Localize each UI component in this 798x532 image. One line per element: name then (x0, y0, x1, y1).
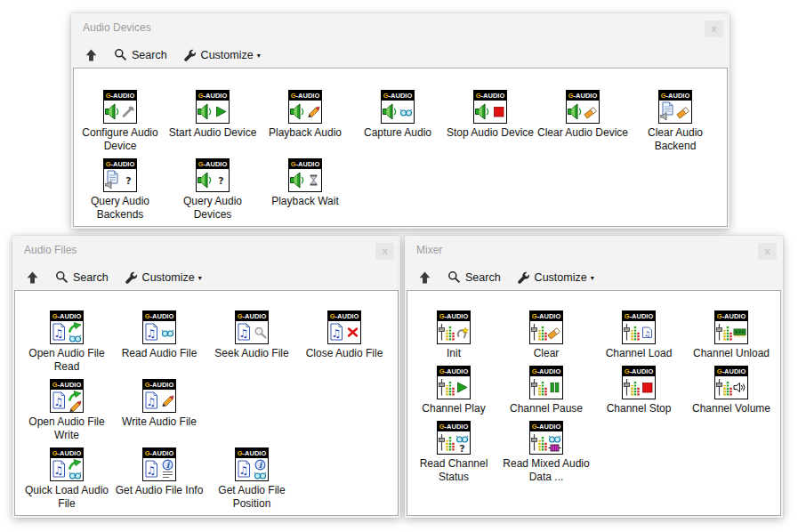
vi-icon: G-AUDIO ♫ (142, 310, 176, 344)
icon-header: G-AUDIO (530, 311, 562, 321)
palette-item-channel-load[interactable]: G-AUDIO ♫ Channel Load (592, 310, 685, 360)
palette-item-query-audio-backends[interactable]: G-AUDIO ? Query Audio Backends (74, 158, 166, 222)
search-button[interactable]: Search (49, 269, 115, 286)
palette-item-capture-audio[interactable]: G-AUDIO Capture Audio (351, 90, 444, 153)
icon-glyph (530, 376, 562, 399)
vi-icon: G-AUDIO ♫ (142, 379, 176, 413)
palette-item-label: Start Audio Device (163, 126, 262, 140)
palette-item-label: Query Audio Backends (73, 195, 170, 222)
close-button[interactable]: x (758, 243, 777, 260)
svg-text:♫: ♫ (239, 326, 249, 339)
caret-down-icon: ▾ (257, 52, 261, 60)
icon-glyph: ♫ (51, 458, 83, 480)
palette-item-configure-audio-device[interactable]: G-AUDIO Configure Audio Device (74, 90, 166, 153)
palette-item-channel-stop[interactable]: G-AUDIO Channel Stop (592, 366, 685, 415)
palette-item-channel-unload[interactable]: G-AUDIO Channel Unload (685, 310, 778, 360)
palette-item-seek-audio-file[interactable]: G-AUDIO ♫ Seek Audio File (206, 310, 298, 374)
window-titlebar[interactable]: Audio Files x (12, 236, 400, 264)
palette-window-audio-devices: Audio Devices x Search Customize▾ G-AUDI… (71, 13, 729, 229)
up-arrow-icon (26, 270, 39, 285)
window-titlebar[interactable]: Mixer x (405, 236, 783, 264)
customize-button[interactable]: Customize▾ (118, 269, 208, 286)
icon-glyph: ♫ (328, 321, 360, 343)
icon-header: G-AUDIO (104, 91, 136, 101)
close-button[interactable]: x (375, 243, 394, 260)
window-titlebar[interactable]: Audio Devices x (71, 13, 729, 42)
icon-glyph (197, 101, 229, 123)
palette-item-label: Clear Audio Device (533, 126, 633, 140)
palette-item-get-audio-file-position[interactable]: G-AUDIO ♫i Get Audio File Position (206, 447, 298, 511)
customize-button[interactable]: Customize▾ (511, 269, 601, 286)
search-button[interactable]: Search (441, 269, 507, 286)
icon-glyph (715, 321, 747, 343)
palette-item-stop-audio-device[interactable]: G-AUDIO Stop Audio Device (444, 90, 536, 153)
vi-icon: G-AUDIO ♫ (327, 310, 361, 344)
svg-text:♫: ♫ (147, 326, 157, 339)
palette-item-write-audio-file[interactable]: G-AUDIO ♫ Write Audio File (113, 379, 206, 442)
customize-label: Customize (535, 271, 587, 284)
palette-item-label: Init (407, 347, 504, 360)
vi-icon: G-AUDIO ♫ (622, 310, 656, 344)
icon-header: G-AUDIO (236, 448, 268, 458)
palette-item-clear[interactable]: G-AUDIO Clear (500, 310, 592, 360)
up-arrow-icon (418, 270, 431, 285)
palette-item-read-channel-status[interactable]: G-AUDIO ? Read Channel Status (407, 421, 500, 484)
palette-item-close-audio-file[interactable]: G-AUDIO ♫ Close Audio File (298, 310, 391, 374)
palette-item-quick-load-audio-file[interactable]: G-AUDIO ♫ Quick Load Audio File (20, 447, 113, 511)
icon-glyph (474, 101, 506, 123)
palette-item-channel-pause[interactable]: G-AUDIO Channel Pause (500, 366, 592, 415)
vi-icon: G-AUDIO (103, 90, 137, 124)
palette-item-channel-play[interactable]: G-AUDIO Channel Play (407, 366, 500, 415)
palette-item-label: Playback Audio (255, 126, 355, 140)
customize-button[interactable]: Customize▾ (177, 46, 267, 63)
palette-item-clear-audio-backend[interactable]: G-AUDIO Clear Audio Backend (629, 90, 721, 153)
icon-glyph (623, 376, 655, 399)
icon-glyph: ? (104, 169, 136, 191)
palette-row: G-AUDIO ? Query Audio Backends G-AUDIO ?… (74, 158, 727, 227)
palette-item-label: Read Mixed Audio Data ... (496, 457, 596, 484)
palette-item-open-audio-file-write[interactable]: G-AUDIO ♫ Open Audio File Write (20, 379, 113, 442)
vi-icon: G-AUDIO ♫ (50, 447, 84, 481)
palette-row: G-AUDIO Init G-AUDIO Clear G-AUDIO ♫ Cha… (407, 310, 780, 366)
palette-item-read-mixed-audio-data[interactable]: G-AUDIO Read Mixed Audio Data ... (500, 421, 592, 484)
close-button[interactable]: x (705, 20, 723, 37)
palette-item-query-audio-devices[interactable]: G-AUDIO ? Query Audio Devices (166, 158, 259, 222)
up-one-level-button[interactable] (412, 269, 438, 286)
caret-down-icon: ▾ (198, 274, 202, 282)
window-title: Audio Files (24, 244, 77, 256)
palette-item-label: Get Audio File Position (202, 484, 302, 511)
wrench-icon (517, 270, 530, 284)
palette-item-label: Write Audio File (109, 415, 209, 429)
palette-item-label: Channel Play (407, 402, 504, 415)
palette-item-playback-audio[interactable]: G-AUDIO Playback Audio (259, 90, 351, 153)
palette-item-init[interactable]: G-AUDIO Init (407, 310, 500, 360)
vi-icon: G-AUDIO ♫ (50, 379, 84, 413)
vi-icon: G-AUDIO ? (103, 158, 137, 192)
icon-header: G-AUDIO (438, 367, 470, 376)
search-button[interactable]: Search (108, 46, 173, 63)
up-arrow-icon (85, 48, 98, 62)
palette-item-start-audio-device[interactable]: G-AUDIO Start Audio Device (166, 90, 259, 153)
icon-header: G-AUDIO (530, 367, 562, 376)
up-one-level-button[interactable] (78, 46, 104, 64)
icon-header: G-AUDIO (143, 311, 175, 321)
svg-text:♫: ♫ (644, 329, 650, 337)
palette-row: G-AUDIO ♫ Open Audio File Write G-AUDIO … (20, 379, 398, 447)
icon-header: G-AUDIO (623, 367, 655, 376)
svg-text:?: ? (459, 443, 464, 454)
palette-item-get-audio-file-info[interactable]: G-AUDIO ♫i Get Audio File Info (113, 447, 206, 511)
palette-item-open-audio-file-read[interactable]: G-AUDIO ♫ Open Audio File Read (20, 310, 113, 374)
palette-item-clear-audio-device[interactable]: G-AUDIO Clear Audio Device (536, 90, 629, 153)
icon-header: G-AUDIO (715, 367, 747, 376)
vi-icon: G-AUDIO (288, 90, 322, 124)
vi-icon: G-AUDIO ? (437, 421, 471, 455)
customize-label: Customize (142, 271, 195, 284)
icon-glyph (530, 321, 562, 343)
palette-row: G-AUDIO Channel Play G-AUDIO Channel Pau… (407, 366, 780, 421)
palette-item-playback-wait[interactable]: G-AUDIO Playback Wait (259, 158, 351, 222)
up-one-level-button[interactable] (20, 269, 45, 286)
palette-item-read-audio-file[interactable]: G-AUDIO ♫ Read Audio File (113, 310, 206, 374)
palette-item-channel-volume[interactable]: G-AUDIO Channel Volume (685, 366, 778, 415)
icon-glyph: ? (438, 431, 470, 454)
icon-glyph (659, 101, 691, 123)
